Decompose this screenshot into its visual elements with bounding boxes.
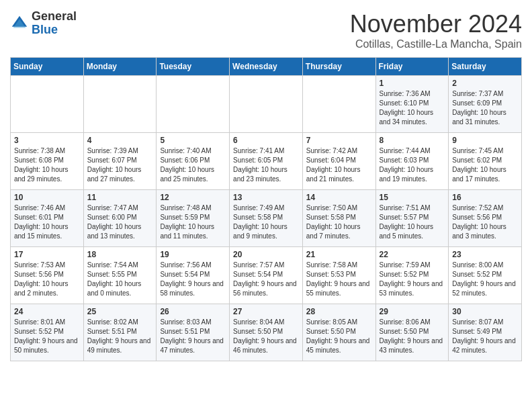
day-info: Sunrise: 7:44 AM Sunset: 6:03 PM Dayligh… xyxy=(380,146,445,184)
day-number: 25 xyxy=(87,307,153,316)
day-number: 9 xyxy=(452,136,518,145)
day-info: Sunrise: 7:37 AM Sunset: 6:09 PM Dayligh… xyxy=(452,89,518,127)
day-of-week-header: Monday xyxy=(83,58,157,76)
calendar-cell xyxy=(157,76,230,133)
day-of-week-header: Sunday xyxy=(11,58,84,76)
day-info: Sunrise: 7:58 AM Sunset: 5:53 PM Dayligh… xyxy=(306,261,372,298)
calendar-cell: 3Sunrise: 7:38 AM Sunset: 6:08 PM Daylig… xyxy=(11,133,84,190)
day-number: 18 xyxy=(87,250,153,259)
calendar-cell: 10Sunrise: 7:46 AM Sunset: 6:01 PM Dayli… xyxy=(11,190,84,247)
logo-text: General Blue xyxy=(32,10,77,37)
day-number: 26 xyxy=(160,307,226,316)
calendar-cell: 25Sunrise: 8:02 AM Sunset: 5:51 PM Dayli… xyxy=(83,304,157,361)
calendar-week-row: 17Sunrise: 7:53 AM Sunset: 5:56 PM Dayli… xyxy=(11,247,522,304)
calendar-cell: 26Sunrise: 8:03 AM Sunset: 5:51 PM Dayli… xyxy=(157,304,230,361)
calendar-cell: 21Sunrise: 7:58 AM Sunset: 5:53 PM Dayli… xyxy=(302,247,375,304)
logo: General Blue xyxy=(10,10,77,37)
day-info: Sunrise: 7:36 AM Sunset: 6:10 PM Dayligh… xyxy=(380,89,445,127)
title-block: November 2024 Cotillas, Castille-La Manc… xyxy=(350,10,522,50)
day-info: Sunrise: 8:07 AM Sunset: 5:49 PM Dayligh… xyxy=(452,318,518,355)
day-number: 29 xyxy=(380,307,445,316)
day-info: Sunrise: 7:48 AM Sunset: 5:59 PM Dayligh… xyxy=(160,203,226,241)
day-info: Sunrise: 7:42 AM Sunset: 6:04 PM Dayligh… xyxy=(306,146,372,184)
day-number: 22 xyxy=(380,250,445,259)
day-number: 30 xyxy=(452,307,518,316)
calendar-cell: 16Sunrise: 7:52 AM Sunset: 5:56 PM Dayli… xyxy=(449,190,522,247)
day-info: Sunrise: 7:54 AM Sunset: 5:55 PM Dayligh… xyxy=(87,261,153,298)
day-of-week-header: Thursday xyxy=(302,58,375,76)
calendar-cell: 17Sunrise: 7:53 AM Sunset: 5:56 PM Dayli… xyxy=(11,247,84,304)
calendar-cell: 8Sunrise: 7:44 AM Sunset: 6:03 PM Daylig… xyxy=(375,133,449,190)
day-info: Sunrise: 7:39 AM Sunset: 6:07 PM Dayligh… xyxy=(87,146,153,184)
day-number: 6 xyxy=(233,136,299,145)
calendar-table: SundayMondayTuesdayWednesdayThursdayFrid… xyxy=(10,57,522,361)
day-number: 13 xyxy=(233,193,299,202)
day-number: 3 xyxy=(14,136,80,145)
calendar-cell: 5Sunrise: 7:40 AM Sunset: 6:06 PM Daylig… xyxy=(157,133,230,190)
day-info: Sunrise: 7:47 AM Sunset: 6:00 PM Dayligh… xyxy=(87,203,153,241)
calendar-week-row: 3Sunrise: 7:38 AM Sunset: 6:08 PM Daylig… xyxy=(11,133,522,190)
calendar-cell: 13Sunrise: 7:49 AM Sunset: 5:58 PM Dayli… xyxy=(230,190,303,247)
page-header: General Blue November 2024 Cotillas, Cas… xyxy=(10,10,522,50)
calendar-cell xyxy=(83,76,157,133)
day-number: 10 xyxy=(14,193,80,202)
calendar-week-row: 24Sunrise: 8:01 AM Sunset: 5:52 PM Dayli… xyxy=(11,304,522,361)
day-of-week-header: Friday xyxy=(375,58,449,76)
calendar-cell: 9Sunrise: 7:45 AM Sunset: 6:02 PM Daylig… xyxy=(449,133,522,190)
day-number: 15 xyxy=(380,193,445,202)
day-info: Sunrise: 7:57 AM Sunset: 5:54 PM Dayligh… xyxy=(233,261,299,298)
calendar-cell: 7Sunrise: 7:42 AM Sunset: 6:04 PM Daylig… xyxy=(302,133,375,190)
day-info: Sunrise: 7:49 AM Sunset: 5:58 PM Dayligh… xyxy=(233,203,299,241)
day-number: 8 xyxy=(380,136,445,145)
calendar-week-row: 1Sunrise: 7:36 AM Sunset: 6:10 PM Daylig… xyxy=(11,76,522,133)
day-number: 1 xyxy=(380,79,445,88)
calendar-header-row: SundayMondayTuesdayWednesdayThursdayFrid… xyxy=(11,58,522,76)
day-info: Sunrise: 7:41 AM Sunset: 6:05 PM Dayligh… xyxy=(233,146,299,184)
calendar-cell: 11Sunrise: 7:47 AM Sunset: 6:00 PM Dayli… xyxy=(83,190,157,247)
day-number: 11 xyxy=(87,193,153,202)
calendar-cell: 20Sunrise: 7:57 AM Sunset: 5:54 PM Dayli… xyxy=(230,247,303,304)
day-number: 20 xyxy=(233,250,299,259)
day-of-week-header: Wednesday xyxy=(230,58,303,76)
day-info: Sunrise: 8:00 AM Sunset: 5:52 PM Dayligh… xyxy=(452,261,518,298)
calendar-cell xyxy=(11,76,84,133)
day-info: Sunrise: 7:45 AM Sunset: 6:02 PM Dayligh… xyxy=(452,146,518,184)
day-of-week-header: Saturday xyxy=(449,58,522,76)
day-number: 4 xyxy=(87,136,153,145)
day-info: Sunrise: 7:53 AM Sunset: 5:56 PM Dayligh… xyxy=(14,261,80,298)
day-number: 2 xyxy=(452,79,518,88)
location-subtitle: Cotillas, Castille-La Mancha, Spain xyxy=(350,38,522,50)
calendar-cell: 14Sunrise: 7:50 AM Sunset: 5:58 PM Dayli… xyxy=(302,190,375,247)
calendar-cell: 1Sunrise: 7:36 AM Sunset: 6:10 PM Daylig… xyxy=(375,76,449,133)
day-info: Sunrise: 8:01 AM Sunset: 5:52 PM Dayligh… xyxy=(14,318,80,355)
day-number: 7 xyxy=(306,136,372,145)
calendar-cell: 28Sunrise: 8:05 AM Sunset: 5:50 PM Dayli… xyxy=(302,304,375,361)
day-info: Sunrise: 8:03 AM Sunset: 5:51 PM Dayligh… xyxy=(160,318,226,355)
calendar-cell: 30Sunrise: 8:07 AM Sunset: 5:49 PM Dayli… xyxy=(449,304,522,361)
day-number: 14 xyxy=(306,193,372,202)
day-number: 12 xyxy=(160,193,226,202)
day-info: Sunrise: 7:51 AM Sunset: 5:57 PM Dayligh… xyxy=(380,203,445,241)
calendar-cell: 23Sunrise: 8:00 AM Sunset: 5:52 PM Dayli… xyxy=(449,247,522,304)
day-info: Sunrise: 8:02 AM Sunset: 5:51 PM Dayligh… xyxy=(87,318,153,355)
day-number: 5 xyxy=(160,136,226,145)
calendar-cell: 12Sunrise: 7:48 AM Sunset: 5:59 PM Dayli… xyxy=(157,190,230,247)
day-number: 17 xyxy=(14,250,80,259)
day-number: 24 xyxy=(14,307,80,316)
calendar-cell: 29Sunrise: 8:06 AM Sunset: 5:50 PM Dayli… xyxy=(375,304,449,361)
day-of-week-header: Tuesday xyxy=(157,58,230,76)
calendar-cell: 24Sunrise: 8:01 AM Sunset: 5:52 PM Dayli… xyxy=(11,304,84,361)
day-info: Sunrise: 7:59 AM Sunset: 5:52 PM Dayligh… xyxy=(380,261,445,298)
day-info: Sunrise: 7:46 AM Sunset: 6:01 PM Dayligh… xyxy=(14,203,80,241)
calendar-cell: 6Sunrise: 7:41 AM Sunset: 6:05 PM Daylig… xyxy=(230,133,303,190)
month-title: November 2024 xyxy=(350,10,522,38)
day-number: 27 xyxy=(233,307,299,316)
calendar-cell: 22Sunrise: 7:59 AM Sunset: 5:52 PM Dayli… xyxy=(375,247,449,304)
calendar-cell xyxy=(302,76,375,133)
calendar-cell xyxy=(230,76,303,133)
day-number: 23 xyxy=(452,250,518,259)
day-info: Sunrise: 8:04 AM Sunset: 5:50 PM Dayligh… xyxy=(233,318,299,355)
day-number: 28 xyxy=(306,307,372,316)
calendar-cell: 4Sunrise: 7:39 AM Sunset: 6:07 PM Daylig… xyxy=(83,133,157,190)
calendar-cell: 18Sunrise: 7:54 AM Sunset: 5:55 PM Dayli… xyxy=(83,247,157,304)
